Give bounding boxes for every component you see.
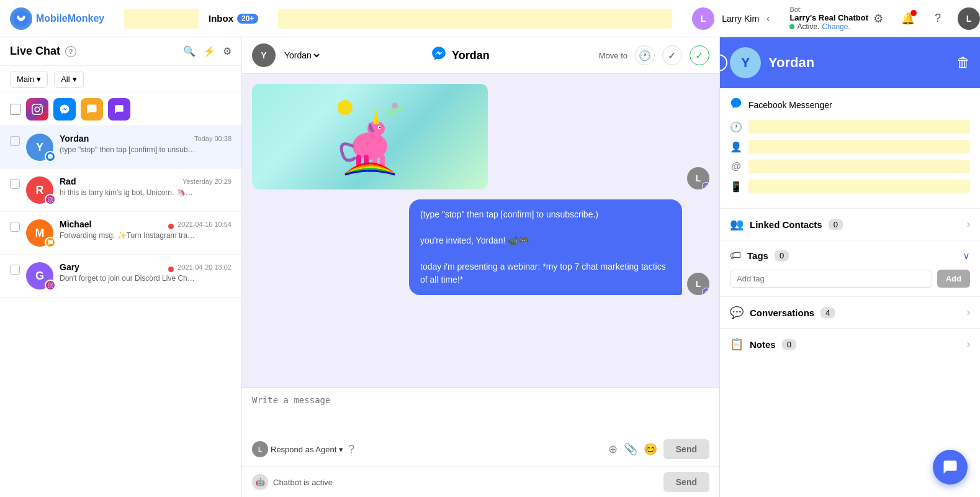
conversations-count: 4 [820, 308, 835, 318]
chat-messages: L 🤖 (type "stop" then tap [confirm] to u… [242, 74, 719, 387]
collapse-panel-button[interactable]: › [719, 54, 727, 71]
add-tag-input[interactable] [730, 270, 932, 288]
contact-time: 2021-04-20 13:02 [178, 263, 232, 271]
notes-section[interactable]: 📋 Notes 0 › [720, 329, 980, 360]
all-channels-checkbox[interactable] [10, 104, 21, 115]
rp-email-field: @ [730, 160, 970, 173]
contact-header: Yordan Today 00:38 [60, 134, 232, 144]
profile-picture[interactable]: L [958, 7, 980, 30]
conversations-label: Conversations [750, 308, 814, 318]
instagram-channel-btn[interactable] [26, 98, 48, 121]
list-item[interactable]: Y Yordan Today 00:38 (type "stop" then t… [0, 126, 241, 169]
contact-checkbox[interactable] [10, 222, 20, 232]
sidebar-icons: 🔍 ⚡ ⚙ [183, 45, 232, 57]
help-info-icon[interactable]: ? [348, 443, 354, 456]
chat-title: Yordan [431, 45, 490, 65]
add-tag-form: Add [730, 270, 970, 288]
bot-name: Larry's Real Chatbot [789, 13, 868, 22]
contact-checkbox[interactable] [10, 265, 20, 275]
messenger-icon [431, 45, 447, 65]
tags-left: 🏷 Tags 0 [730, 249, 789, 262]
send-button[interactable]: Send [663, 439, 709, 459]
rp-time-field: 🕐 [730, 120, 970, 134]
unread-indicator [168, 267, 174, 272]
notification-badge [910, 10, 917, 16]
attachment-icon[interactable]: 📎 [624, 442, 637, 456]
nav-inbox[interactable]: Inbox 20+ [199, 13, 268, 24]
chat-contact-dropdown[interactable]: Yordan [282, 50, 321, 61]
add-tag-button[interactable]: Add [937, 270, 970, 288]
filter-icon[interactable]: ⚡ [203, 45, 215, 57]
notifications-icon[interactable]: 🔔 [898, 9, 918, 29]
list-item[interactable]: G Gary 2021-04-20 13:02 Don't forget to … [0, 255, 241, 298]
tags-chevron: ∨ [963, 250, 970, 262]
bot-status: Active. Change. [789, 22, 868, 31]
unicorn-image [252, 84, 488, 189]
floating-chat-button[interactable] [933, 450, 968, 485]
linked-contacts-section[interactable]: 👥 Linked Contacts 0 › [720, 209, 980, 240]
contact-header: Gary 2021-04-20 13:02 [60, 262, 232, 272]
email-field-value [748, 160, 970, 173]
chat-input-left: L Respond as Agent ▾ ? [252, 441, 354, 457]
help-icon[interactable]: ? [928, 9, 948, 29]
svg-marker-18 [373, 109, 379, 124]
delete-contact-icon[interactable]: 🗑 [956, 55, 970, 71]
inbox-badge: 20+ [237, 14, 258, 24]
notes-icon: 📋 [730, 337, 744, 351]
nav-right: L Larry Kim ‹ [682, 7, 780, 30]
sidebar-title: Live Chat ? [10, 45, 76, 58]
name-field-value [748, 140, 970, 153]
settings-icon[interactable]: ⚙ [868, 9, 888, 29]
nav-icons: ⚙ 🔔 ? L [868, 7, 980, 30]
bot-label: Bot: [789, 6, 868, 13]
sidebar: Live Chat ? 🔍 ⚡ ⚙ Main ▾ All ▾ [0, 37, 242, 497]
list-item[interactable]: M Michael 2021-04-16 10:54 Forwarding ms… [0, 212, 241, 255]
contact-name: Rad [60, 176, 76, 186]
rp-platform-row: Facebook Messenger [730, 97, 970, 112]
respond-as-avatar: L [252, 441, 268, 457]
check-green-action-icon[interactable]: ✓ [690, 45, 709, 65]
rp-platform-section: Facebook Messenger 🕐 👤 @ 📱 [720, 88, 980, 209]
list-item[interactable]: R Rad Yesterday 20:29 hi this is larry k… [0, 169, 241, 212]
add-icon[interactable]: ⊕ [608, 442, 618, 456]
contact-checkbox[interactable] [10, 179, 20, 189]
contact-checkbox[interactable] [10, 136, 20, 146]
main-filter-dropdown[interactable]: Main ▾ [10, 71, 48, 88]
bot-avatar: L 🤖 [687, 167, 709, 189]
search-icon[interactable]: 🔍 [183, 45, 196, 57]
linked-contacts-icon: 👥 [730, 217, 744, 231]
check-action-icon[interactable]: ✓ [662, 45, 682, 65]
contact-name: Gary [60, 262, 79, 272]
svg-point-21 [388, 108, 395, 116]
conversations-section[interactable]: 💬 Conversations 4 › [720, 297, 980, 329]
contact-preview: Don't forget to join our Discord Live Ch… [60, 274, 196, 283]
bot-indicator: 🤖 [702, 288, 709, 295]
chatbot-bar: 🤖 Chatbot is active Send [242, 467, 719, 497]
chatbot-status: 🤖 Chatbot is active [252, 474, 333, 490]
conversations-left: 💬 Conversations 4 [730, 306, 835, 319]
bot-status-change[interactable]: Change. [822, 22, 850, 31]
settings-icon[interactable]: ⚙ [223, 45, 232, 57]
live-chat-help-icon[interactable]: ? [65, 46, 76, 57]
webchat-channel-btn[interactable] [108, 98, 130, 121]
respond-as-dropdown[interactable]: L Respond as Agent ▾ [252, 441, 343, 457]
chatbot-send-button[interactable]: Send [663, 472, 709, 492]
contact-name: Michael [60, 219, 91, 229]
contact-info: Michael 2021-04-16 10:54 Forwarding msg:… [60, 219, 232, 240]
clock-action-icon[interactable]: 🕐 [635, 45, 655, 65]
message-input[interactable] [252, 395, 709, 432]
all-filter-dropdown[interactable]: All ▾ [54, 71, 83, 88]
messenger-channel-btn[interactable] [53, 98, 76, 121]
emoji-icon[interactable]: 😊 [644, 442, 657, 456]
user-menu-chevron[interactable]: ‹ [766, 13, 770, 24]
conversations-chevron: › [967, 307, 970, 318]
svg-point-9 [52, 283, 52, 284]
tags-header[interactable]: 🏷 Tags 0 ∨ [730, 249, 970, 262]
linked-contacts-chevron: › [967, 219, 970, 230]
rp-phone-field: 📱 [730, 180, 970, 193]
unread-indicator [168, 224, 174, 229]
linked-contacts-count: 0 [829, 219, 843, 230]
tags-count: 0 [775, 250, 789, 261]
top-nav: MobileMonkey Inbox 20+ L Larry Kim ‹ Bot… [0, 0, 980, 37]
sms-channel-btn[interactable] [81, 98, 103, 121]
